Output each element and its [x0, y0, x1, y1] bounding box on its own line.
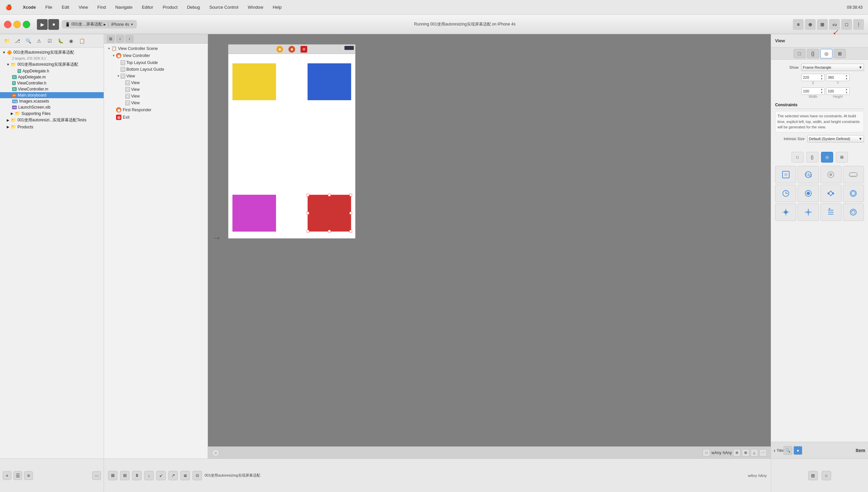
lib-icon-7[interactable] — [820, 184, 842, 202]
filter-btn[interactable]: ≡ — [24, 471, 33, 480]
height-field[interactable]: 100 ▲▼ — [826, 88, 849, 95]
lib-icon-11[interactable] — [820, 203, 842, 221]
handle-tc[interactable] — [328, 194, 331, 196]
lib-icon-8[interactable] — [843, 184, 864, 202]
outline-view-4[interactable]: □ View — [104, 100, 208, 106]
size-icon[interactable]: □ — [703, 449, 710, 457]
menu-source-control[interactable]: Source Control — [207, 4, 240, 10]
outline-view-3[interactable]: □ View — [104, 93, 208, 100]
step-over-btn[interactable]: ↓ — [144, 471, 154, 480]
nav-launchscreen[interactable]: xib LaunchScreen.xib — [0, 104, 103, 110]
purple-view[interactable] — [232, 195, 276, 231]
red-view-selected[interactable] — [308, 195, 351, 231]
outline-view-controller[interactable]: ▼ ◉ View Controller — [104, 52, 208, 59]
handle-bc[interactable] — [328, 230, 331, 232]
y-field[interactable]: 380 ▲▼ — [826, 74, 849, 81]
outline-first-responder[interactable]: ◉ First Responder — [104, 106, 208, 114]
handle-mr[interactable] — [350, 212, 352, 215]
breakpoint-icon[interactable]: ◉ — [67, 37, 75, 45]
nav-tests[interactable]: ▶ 📁 001使用autoresizi...实现屏幕适配Tests — [0, 117, 103, 124]
outline-top-guide[interactable]: □ Top Layout Guide — [104, 59, 208, 66]
grid-btn[interactable]: ⊞ — [808, 471, 818, 480]
git-icon[interactable]: ⎇ — [14, 37, 21, 45]
menu-debug[interactable]: Debug — [185, 4, 202, 10]
size-inspector-tab[interactable]: ⊞ — [836, 152, 848, 163]
step-in-btn[interactable]: ↙ — [156, 471, 166, 480]
width-field[interactable]: 100 ▲▼ — [801, 88, 825, 95]
scheme-selector[interactable]: 📱 001使…屏幕适配 ▶ │ iPhone 4s ▼ — [62, 20, 137, 28]
lib-icon-2[interactable]: Tãg — [798, 166, 819, 183]
menu-edit[interactable]: Edit — [60, 4, 71, 10]
menu-navigate[interactable]: Navigate — [113, 4, 135, 10]
test-icon[interactable]: ☑ — [46, 37, 54, 45]
apple-menu[interactable]: 🍎 — [3, 3, 14, 11]
search-icon[interactable]: 🔍 — [24, 37, 32, 45]
version-btn[interactable]: ⋮ — [853, 19, 864, 30]
handle-tr[interactable] — [350, 194, 352, 196]
more-icon[interactable]: ⋯ — [759, 449, 767, 457]
quick-help-tab[interactable]: {} — [806, 152, 818, 163]
simulator-btn[interactable]: ⊙ — [192, 471, 202, 480]
minimize-button[interactable] — [14, 21, 21, 28]
nav-viewcontroller-m[interactable]: m ViewController.m — [0, 86, 103, 92]
active-filter-btn[interactable]: ● — [794, 446, 802, 455]
forward-btn[interactable]: › — [125, 35, 134, 43]
assistant-btn[interactable]: ⊞ — [817, 19, 828, 30]
pause-btn[interactable]: ⏸ — [132, 471, 142, 480]
outline-bottom-guide[interactable]: □ Bottom Layout Guide — [104, 66, 208, 73]
lib-icon-6[interactable] — [798, 184, 819, 202]
canvas-content[interactable] — [228, 54, 355, 238]
outline-view-1[interactable]: □ View — [104, 79, 208, 86]
navigator-toggle[interactable]: ≡ — [793, 19, 804, 30]
menu-find[interactable]: Find — [95, 4, 108, 10]
lib-icon-9[interactable] — [775, 203, 796, 221]
menu-product[interactable]: Product — [161, 4, 180, 10]
lib-icon-12[interactable] — [843, 203, 864, 221]
thread-btn[interactable]: ≣ — [181, 471, 190, 480]
grid-view-btn[interactable]: ⊞ — [107, 35, 115, 43]
lib-icon-5[interactable] — [775, 184, 796, 202]
attributes-tab[interactable]: ◎ — [820, 49, 832, 58]
nav-appdelegate-h[interactable]: h AppDelegate.h — [0, 68, 103, 74]
nav-viewcontroller-h[interactable]: h ViewController.h — [0, 80, 103, 86]
menu-xcode[interactable]: Xcode — [21, 4, 38, 10]
menu-view[interactable]: View — [76, 4, 90, 10]
view-controller-frame[interactable]: ◉ ◉ ⊗ — [228, 44, 355, 239]
outline-view-2[interactable]: □ View — [104, 86, 208, 93]
stop-button[interactable]: ■ — [48, 19, 59, 30]
scene-header[interactable]: ▼ 📋 View Controller Scene — [104, 45, 208, 52]
device-btn[interactable]: □ — [841, 19, 852, 30]
nav-images[interactable]: img Images.xcassets — [0, 98, 103, 104]
nav-project[interactable]: ▼ 📁 001使用autoresizing实现屏幕适配 — [0, 61, 103, 68]
more-btn[interactable]: ··· — [92, 471, 101, 480]
lib-icon-3[interactable] — [820, 166, 842, 183]
report-icon[interactable]: 📋 — [78, 37, 86, 45]
size-tab[interactable]: ⊞ — [834, 49, 846, 58]
lib-icon-10[interactable] — [798, 203, 819, 221]
menu-file[interactable]: File — [43, 4, 54, 10]
file-inspector-tab[interactable]: □ — [792, 152, 804, 163]
menu-window[interactable]: Window — [246, 4, 265, 10]
handle-tl[interactable] — [307, 194, 309, 196]
lib-icon-1[interactable] — [775, 166, 796, 183]
inspector-back-btn[interactable]: ‹ — [774, 448, 775, 453]
run-button[interactable]: ▶ — [37, 19, 48, 30]
identity-tab[interactable]: ◎ — [821, 152, 833, 163]
code-snippet-btn[interactable]: ⊕ — [805, 19, 816, 30]
lib-icon-4[interactable] — [843, 166, 864, 183]
blue-view[interactable] — [308, 63, 351, 100]
nav-root[interactable]: ▼ 🔶 001使用autoresizing实现屏幕适配 — [0, 49, 103, 56]
outline-exit[interactable]: ⊗ Exit — [104, 114, 208, 121]
warning-icon[interactable]: ⚠ — [35, 37, 43, 45]
x-field[interactable]: 220 ▲▼ — [801, 74, 825, 81]
intrinsic-select[interactable]: Default (System Defined) ▼ — [807, 135, 864, 143]
zoom-reset-btn[interactable]: ○ — [212, 449, 219, 457]
debug-icon[interactable]: 🐛 — [56, 37, 64, 45]
file-tab[interactable]: □ — [794, 49, 806, 58]
issue-icon[interactable]: △ — [751, 449, 758, 457]
maximize-button[interactable] — [23, 21, 30, 28]
handle-bl[interactable] — [307, 230, 309, 232]
outline-view[interactable]: ▼ □ View — [104, 73, 208, 79]
step-out-btn[interactable]: ↗ — [168, 471, 178, 480]
layout-btn[interactable]: ⊞ — [120, 471, 130, 480]
